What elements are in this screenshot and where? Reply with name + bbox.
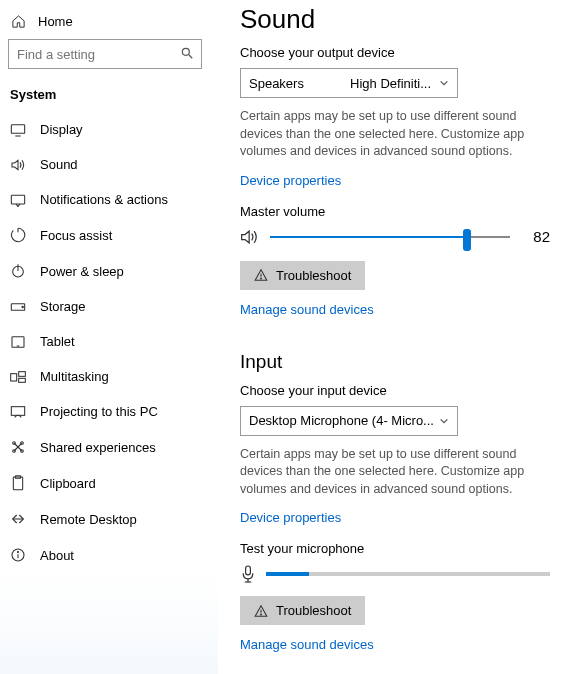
sidebar-item-projecting[interactable]: Projecting to this PC	[8, 394, 218, 429]
sidebar-item-label: Sound	[40, 157, 78, 172]
sidebar-item-label: Display	[40, 122, 83, 137]
output-manage-devices-link[interactable]: Manage sound devices	[240, 302, 374, 317]
input-device-select[interactable]: Desktop Microphone (4- Micro...	[240, 406, 458, 436]
chevron-down-icon	[439, 416, 449, 426]
svg-point-0	[182, 48, 189, 55]
sidebar-item-label: Remote Desktop	[40, 512, 137, 527]
sidebar-item-label: Shared experiences	[40, 440, 156, 455]
home-button[interactable]: Home	[8, 8, 218, 39]
search-field[interactable]	[8, 39, 202, 69]
search-input[interactable]	[8, 39, 202, 69]
warning-icon	[254, 604, 268, 618]
input-heading: Input	[240, 351, 550, 373]
output-select-secondary: High Definiti...	[304, 76, 449, 91]
search-icon	[180, 46, 194, 60]
svg-rect-2	[11, 124, 24, 133]
sidebar-item-focus[interactable]: Focus assist	[8, 217, 218, 253]
storage-icon	[10, 301, 26, 313]
sidebar-item-remote[interactable]: Remote Desktop	[8, 501, 218, 537]
shared-icon	[10, 439, 26, 455]
output-device-properties-link[interactable]: Device properties	[240, 173, 341, 188]
output-choose-label: Choose your output device	[240, 45, 550, 60]
slider-fill	[270, 236, 467, 238]
output-select-primary: Speakers	[249, 76, 304, 91]
about-icon	[10, 547, 26, 563]
input-troubleshoot-button[interactable]: Troubleshoot	[240, 596, 365, 625]
svg-rect-4	[11, 195, 24, 204]
input-choose-label: Choose your input device	[240, 383, 550, 398]
svg-rect-14	[11, 406, 24, 415]
notifications-icon	[10, 193, 26, 207]
power-icon	[10, 263, 26, 279]
sidebar: Home System Display Sound Notifications …	[0, 0, 218, 674]
svg-rect-29	[246, 566, 251, 575]
troubleshoot-label: Troubleshoot	[276, 603, 351, 618]
sidebar-item-label: Tablet	[40, 334, 75, 349]
svg-line-1	[189, 55, 193, 59]
svg-rect-12	[19, 371, 26, 376]
mic-level-fill	[266, 572, 309, 576]
svg-point-26	[17, 551, 18, 552]
home-label: Home	[38, 14, 73, 29]
projecting-icon	[10, 405, 26, 419]
test-mic-label: Test your microphone	[240, 541, 550, 556]
sidebar-item-clipboard[interactable]: Clipboard	[8, 465, 218, 501]
master-volume-value: 82	[520, 228, 550, 245]
sidebar-item-about[interactable]: About	[8, 537, 218, 573]
sidebar-item-tablet[interactable]: Tablet	[8, 324, 218, 359]
output-troubleshoot-button[interactable]: Troubleshoot	[240, 261, 365, 290]
sidebar-item-display[interactable]: Display	[8, 112, 218, 147]
mic-level-bar	[266, 572, 550, 576]
input-select-value: Desktop Microphone (4- Micro...	[249, 413, 449, 428]
sidebar-item-shared[interactable]: Shared experiences	[8, 429, 218, 465]
sidebar-item-label: Focus assist	[40, 228, 112, 243]
svg-rect-21	[13, 477, 22, 490]
home-icon	[10, 14, 26, 29]
svg-point-28	[261, 278, 262, 279]
sidebar-item-label: About	[40, 548, 74, 563]
multitasking-icon	[10, 370, 26, 384]
page-title: Sound	[240, 4, 550, 35]
category-header: System	[8, 83, 218, 112]
speaker-icon[interactable]	[240, 228, 260, 246]
sidebar-item-storage[interactable]: Storage	[8, 289, 218, 324]
svg-rect-13	[19, 378, 26, 382]
svg-point-8	[22, 306, 23, 307]
main-content: Sound Choose your output device Speakers…	[218, 0, 562, 674]
input-device-properties-link[interactable]: Device properties	[240, 510, 341, 525]
chevron-down-icon	[439, 78, 449, 88]
sidebar-item-multitasking[interactable]: Multitasking	[8, 359, 218, 394]
troubleshoot-label: Troubleshoot	[276, 268, 351, 283]
sidebar-item-label: Notifications & actions	[40, 192, 168, 207]
focus-icon	[10, 227, 26, 243]
slider-thumb[interactable]	[463, 229, 471, 251]
sound-icon	[10, 158, 26, 172]
sidebar-item-notifications[interactable]: Notifications & actions	[8, 182, 218, 217]
sidebar-item-label: Clipboard	[40, 476, 96, 491]
remote-icon	[10, 511, 26, 527]
input-manage-devices-link[interactable]: Manage sound devices	[240, 637, 374, 652]
svg-point-33	[261, 614, 262, 615]
input-help-text: Certain apps may be set up to use differ…	[240, 446, 550, 499]
warning-icon	[254, 268, 268, 282]
master-volume-label: Master volume	[240, 204, 550, 219]
tablet-icon	[10, 335, 26, 349]
sidebar-item-sound[interactable]: Sound	[8, 147, 218, 182]
microphone-icon	[240, 564, 256, 584]
sidebar-item-label: Power & sleep	[40, 264, 124, 279]
clipboard-icon	[10, 475, 26, 491]
sidebar-item-label: Storage	[40, 299, 86, 314]
output-help-text: Certain apps may be set up to use differ…	[240, 108, 550, 161]
display-icon	[10, 123, 26, 137]
master-volume-slider[interactable]	[270, 227, 510, 247]
output-device-select[interactable]: Speakers High Definiti...	[240, 68, 458, 98]
sidebar-item-label: Projecting to this PC	[40, 404, 158, 419]
sidebar-item-power[interactable]: Power & sleep	[8, 253, 218, 289]
sidebar-item-label: Multitasking	[40, 369, 109, 384]
svg-rect-11	[11, 373, 17, 380]
